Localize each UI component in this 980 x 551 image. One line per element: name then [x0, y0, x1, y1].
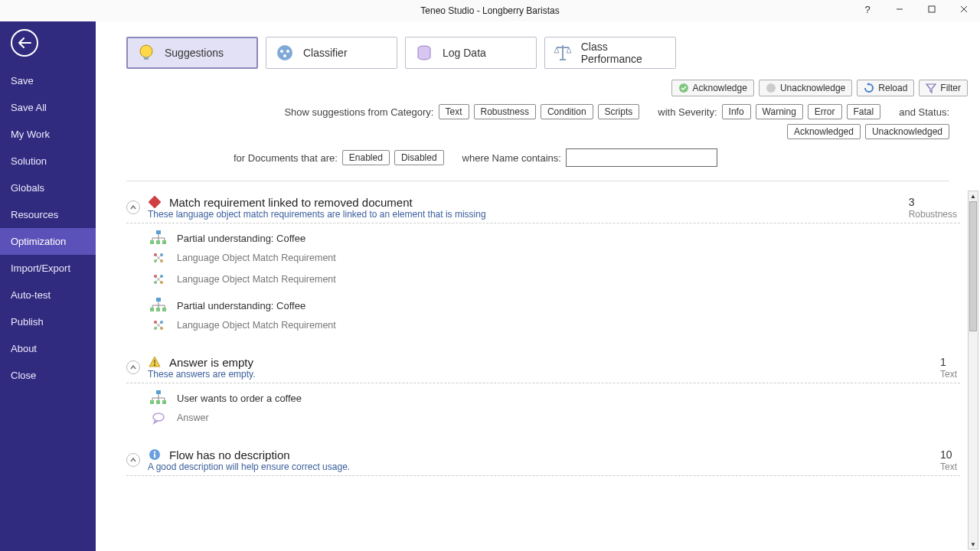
- sidebar-item-save-all[interactable]: Save All: [0, 94, 96, 121]
- filter-category-condition[interactable]: Condition: [541, 104, 593, 119]
- collapse-toggle[interactable]: [126, 360, 140, 374]
- warning-icon: [148, 355, 162, 369]
- flow-icon: [149, 390, 168, 406]
- minimize-button[interactable]: [884, 0, 916, 18]
- lightbulb-icon: [136, 42, 157, 64]
- flow-icon: [149, 230, 168, 246]
- filter-category-text[interactable]: Text: [439, 104, 469, 119]
- unacknowledge-button[interactable]: Unacknowledge: [759, 80, 852, 96]
- reload-icon: [864, 83, 874, 93]
- svg-rect-5: [144, 57, 149, 60]
- group-category: Robustness: [909, 209, 960, 220]
- filter-name-input[interactable]: [566, 148, 717, 167]
- reload-button[interactable]: Reload: [857, 80, 914, 96]
- svg-point-43: [153, 413, 164, 421]
- svg-rect-17: [156, 230, 161, 234]
- sidebar: Save Save All My Work Solution Globals R…: [0, 21, 96, 551]
- sidebar-item-resources[interactable]: Resources: [0, 201, 96, 228]
- scroll-up[interactable]: ▲: [969, 191, 978, 201]
- close-button[interactable]: [948, 0, 980, 18]
- svg-point-15: [766, 83, 776, 93]
- collapse-toggle[interactable]: [126, 201, 140, 214]
- tab-log-data[interactable]: Log Data: [405, 37, 537, 69]
- sub-item[interactable]: Language Object Match Requirement: [126, 269, 960, 291]
- svg-rect-19: [156, 240, 160, 244]
- svg-point-6: [277, 45, 292, 60]
- svg-point-9: [283, 54, 286, 57]
- sidebar-item-save[interactable]: Save: [0, 67, 96, 94]
- sidebar-item-publish[interactable]: Publish: [0, 308, 96, 335]
- error-icon: [148, 195, 162, 209]
- group-category: Text: [940, 369, 960, 380]
- sidebar-item-globals[interactable]: Globals: [0, 174, 96, 201]
- flow-icon: [149, 297, 168, 314]
- svg-rect-32: [162, 308, 166, 311]
- filter-status-acknowledged[interactable]: Acknowledged: [787, 124, 861, 139]
- database-icon: [413, 42, 435, 64]
- sidebar-item-import-export[interactable]: Import/Export: [0, 255, 96, 282]
- sidebar-item-auto-test[interactable]: Auto-test: [0, 282, 96, 308]
- sidebar-item-close[interactable]: Close: [0, 362, 96, 389]
- list-item[interactable]: User wants to order a coffee: [126, 383, 960, 408]
- filter-doc-enabled[interactable]: Enabled: [342, 150, 390, 165]
- svg-point-38: [154, 364, 155, 366]
- sidebar-item-solution[interactable]: Solution: [0, 148, 96, 174]
- filter-severity-fatal[interactable]: Fatal: [847, 104, 881, 119]
- group-title: Answer is empty: [169, 356, 940, 369]
- svg-rect-20: [162, 240, 166, 244]
- filter-doc-label: for Documents that are:: [234, 152, 338, 164]
- group-count: 3: [909, 196, 960, 208]
- sidebar-item-optimization[interactable]: Optimization: [0, 228, 96, 255]
- tab-label: Classifier: [303, 47, 348, 59]
- svg-rect-41: [156, 400, 160, 404]
- scroll-down[interactable]: ▼: [969, 540, 978, 549]
- svg-point-45: [154, 452, 155, 453]
- scales-icon: [553, 42, 573, 64]
- tabs: Suggestions Classifier Log Data Class Pe…: [96, 21, 980, 75]
- scroll-thumb[interactable]: [969, 201, 977, 331]
- tab-suggestions[interactable]: Suggestions: [126, 37, 258, 69]
- group-title: Flow has no description: [169, 448, 940, 461]
- list-item[interactable]: Partial understanding: Coffee: [126, 223, 960, 248]
- svg-point-4: [140, 45, 152, 57]
- filter-category-robustness[interactable]: Robustness: [474, 104, 536, 119]
- maximize-button[interactable]: [916, 0, 948, 18]
- match-icon: [149, 272, 168, 286]
- sidebar-item-about[interactable]: About: [0, 335, 96, 362]
- svg-point-8: [286, 50, 289, 53]
- group-description: These language object match requirements…: [148, 209, 909, 220]
- group-description: A good description will help ensure corr…: [148, 461, 940, 472]
- acknowledge-button[interactable]: Acknowledge: [671, 80, 754, 96]
- scrollbar[interactable]: ▲ ▼: [968, 191, 978, 549]
- filter-severity-warning[interactable]: Warning: [756, 104, 803, 119]
- sidebar-item-my-work[interactable]: My Work: [0, 121, 96, 148]
- list-item[interactable]: Partial understanding: Coffee: [126, 291, 960, 315]
- undo-icon: [766, 83, 776, 93]
- tab-label: Class Performance: [581, 41, 668, 65]
- filter-status-unacknowledged[interactable]: Unacknowledged: [865, 124, 949, 139]
- filter-category-scripts[interactable]: Scripts: [598, 104, 640, 119]
- help-button[interactable]: ?: [851, 0, 884, 18]
- window-title: Teneo Studio - Longberry Baristas: [420, 5, 559, 16]
- svg-rect-13: [560, 59, 566, 60]
- tab-class-performance[interactable]: Class Performance: [544, 37, 676, 69]
- match-icon: [149, 251, 168, 265]
- filter-severity-info[interactable]: Info: [722, 104, 751, 119]
- bubble-icon: [149, 411, 168, 425]
- sub-item[interactable]: Answer: [126, 408, 960, 429]
- group-description: These answers are empty.: [148, 369, 940, 380]
- sub-item[interactable]: Language Object Match Requirement: [126, 315, 960, 337]
- classifier-icon: [274, 42, 296, 64]
- match-icon: [149, 318, 168, 332]
- tab-classifier[interactable]: Classifier: [266, 37, 397, 69]
- sub-item[interactable]: Language Object Match Requirement: [126, 248, 960, 269]
- filter-doc-disabled[interactable]: Disabled: [394, 150, 444, 165]
- svg-rect-1: [929, 6, 935, 12]
- collapse-toggle[interactable]: [126, 453, 140, 467]
- filter-category-label: Show suggestions from Category:: [284, 106, 433, 118]
- filter-severity-error[interactable]: Error: [808, 104, 842, 119]
- filter-button[interactable]: Filter: [919, 80, 968, 96]
- tab-label: Log Data: [443, 47, 486, 59]
- back-button[interactable]: [11, 29, 38, 57]
- group-count: 1: [940, 356, 960, 368]
